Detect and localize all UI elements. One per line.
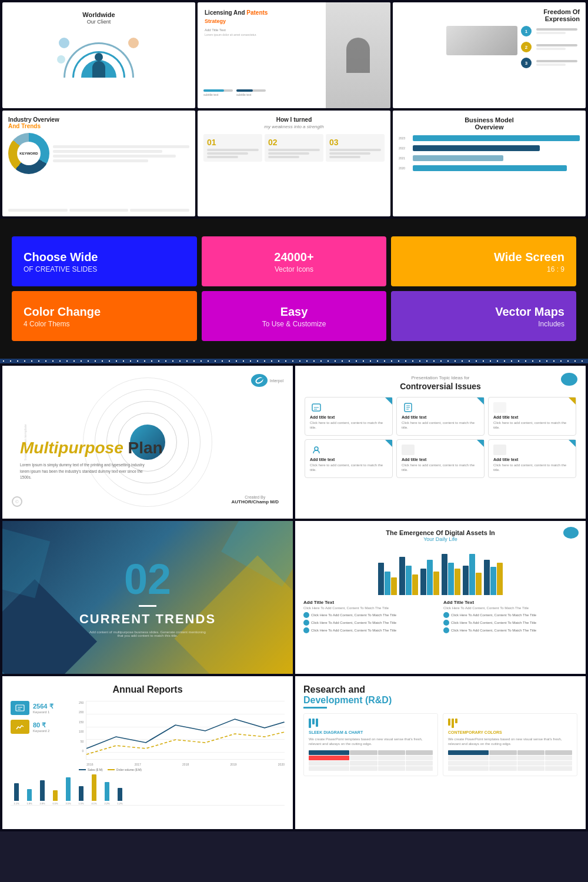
slide-digital-assets[interactable]: The Emergence Of Digital Assets In Your …	[295, 521, 586, 674]
ar-content: 2564 ₹ Keyword 1 80 ₹ Keyword 2	[11, 701, 285, 771]
feature-choose-wide-main: Choose Wide	[24, 250, 185, 264]
rr-divider	[303, 707, 327, 709]
slide2-subtitle: Strategy	[205, 18, 383, 24]
ci-card-1: Add title text Click here to add content…	[305, 397, 393, 436]
rr-col-1-sub: SLEEK DIAGRAM & CHART	[309, 730, 433, 734]
slide-multipurpose-title: Multipurpose Plan	[14, 439, 163, 457]
controversial-header: Presentation Topic Ideas for	[305, 375, 576, 380]
feature-easy: Easy To Use & Customize	[202, 291, 387, 341]
rr-col-1: SLEEK DIAGRAM & CHART We create PowerPoi…	[303, 713, 438, 776]
svg-point-2	[315, 447, 318, 450]
slide-business[interactable]: Business ModelOverview 2023 2022 2021 20…	[393, 111, 586, 216]
feature-vector-maps-sub: Includes	[538, 320, 564, 328]
slide-multipurpose-created: Created By AUTHOR/Champ M/D	[232, 495, 279, 505]
slide2-title: Licensing And Patents	[205, 9, 383, 16]
ct-divider	[139, 605, 156, 607]
controversial-title: Controversial Issues	[305, 382, 576, 391]
feature-vector-icons-main: 24000+	[274, 250, 313, 264]
rr-title: Research andDevelopment (R&D)	[303, 684, 577, 706]
rr-col-2-icon	[448, 719, 572, 728]
ci-card-6: Add title text Click here to add content…	[488, 439, 576, 478]
rr-col-2-text: We create PowerPoint templates based on …	[448, 737, 572, 747]
ci-card-4: Add title text Click here to add content…	[305, 439, 393, 478]
ct-title: CURRENT TRENDS	[79, 612, 216, 627]
slide-controversial[interactable]: Presentation Topic Ideas for Controversi…	[295, 366, 586, 519]
ar-bottom-chart: 1.1% 1.8% 2.8% 0.5% 3.5%	[11, 776, 285, 806]
slide1-title: Worldwide	[82, 11, 115, 19]
feature-color-change-sub: 4 Color Thems	[24, 320, 185, 328]
feature-wide-screen: Wide Screen 16 : 9	[391, 236, 576, 286]
slide-multipurpose[interactable]: Interpol business plan template Multipur…	[2, 366, 293, 519]
ci-card-2: Add title text Click here to add content…	[396, 397, 485, 436]
controversial-logo	[561, 373, 577, 386]
slide-worldwide[interactable]: Worldwide Our Client	[2, 2, 195, 108]
slide1-subtitle: Our Client	[87, 19, 111, 25]
da-label-section: Add Title Text Click Here To Add Content…	[303, 600, 577, 633]
slide-current-trends[interactable]: 02 CURRENT TRENDS Add content of multipu…	[2, 521, 293, 674]
ct-content: 02 CURRENT TRENDS Add content of multipu…	[79, 533, 216, 662]
svg-rect-3	[16, 705, 24, 711]
ci-corner-2	[477, 397, 484, 405]
ci-corner-3	[569, 397, 576, 405]
ci-corner-6	[569, 440, 576, 447]
slide3-title: Freedom OfExpression	[399, 8, 580, 22]
feature-easy-main: Easy	[280, 305, 308, 319]
feature-vector-icons: 24000+ Vector Icons	[202, 236, 387, 286]
slide-howi[interactable]: How I turned my weakness into a strength…	[198, 111, 390, 216]
dotted-border-top	[0, 359, 588, 363]
slide5-subtitle: my weakness into a strength	[264, 124, 323, 129]
feature-vector-maps-main: Vector Maps	[495, 305, 564, 319]
feature-choose-wide: Choose Wide OF CREATIVE SLIDES	[12, 236, 197, 286]
ci-corner-5	[477, 440, 484, 447]
feature-color-change: Color Change 4 Color Thems	[12, 291, 197, 341]
slide-annual-reports[interactable]: Annual Reports 2564 ₹ Keyword 1	[2, 676, 293, 829]
rr-col-2: CONTEMPORARY COLORS We create PowerPoint…	[443, 713, 577, 776]
feature-vector-icons-sub: Vector Icons	[275, 265, 313, 273]
black-section: Choose Wide OF CREATIVE SLIDES 24000+ Ve…	[0, 219, 588, 359]
slide-freedom[interactable]: Freedom OfExpression 1 2 3	[393, 2, 586, 108]
digital-logo	[563, 527, 579, 539]
ci-corner-1	[385, 397, 392, 405]
ar-stats: 2564 ₹ Keyword 1 80 ₹ Keyword 2	[11, 701, 69, 771]
ar-chart: 250 200 150 100 50 0	[79, 701, 285, 771]
slide-multipurpose-body: Lorem Ipsum is simply dummy text of the …	[14, 462, 149, 480]
slide6-title: Business ModelOverview	[399, 116, 580, 131]
feature-wide-screen-main: Wide Screen	[494, 250, 564, 264]
slide2-body: Add Title TextLorem ipsum dolor sit amet…	[205, 28, 383, 38]
controversial-cards: Add title text Click here to add content…	[305, 397, 576, 478]
slide4-text	[53, 145, 189, 162]
da-subtitle: Your Daily Life	[303, 536, 577, 542]
slide-industry[interactable]: Industry OverviewAnd Trends KEYWORD	[2, 111, 195, 216]
slide5-cols: 01 02 03	[203, 134, 385, 162]
slide5-title: How I turned	[276, 116, 312, 123]
features-grid: Choose Wide OF CREATIVE SLIDES 24000+ Ve…	[12, 236, 576, 341]
feature-choose-wide-sub: OF CREATIVE SLIDES	[24, 265, 185, 273]
feature-color-change-main: Color Change	[24, 305, 185, 319]
ar-title: Annual Reports	[11, 684, 285, 695]
copyright-icon: ©	[12, 496, 22, 507]
rr-cols: SLEEK DIAGRAM & CHART We create PowerPoi…	[303, 713, 577, 776]
rr-col-1-text: We create PowerPoint templates based on …	[309, 737, 433, 747]
slide-multipurpose-logo: Interpol	[251, 374, 283, 387]
slide2-bars: subtitle text subtitle text	[203, 79, 320, 96]
rr-col-2-sub: CONTEMPORARY COLORS	[448, 730, 572, 734]
ci-card-5: Add title text Click here to add content…	[396, 439, 485, 478]
slide4-donut: KEYWORD	[8, 133, 49, 174]
ct-number: 02	[124, 558, 171, 600]
ct-subtitle: Add content of multipurpose business sli…	[89, 630, 206, 637]
rr-col-2-table	[448, 750, 572, 771]
slide-licensing[interactable]: Licensing And Patents Strategy Add Title…	[198, 2, 390, 108]
bottom-slides-grid: Interpol business plan template Multipur…	[0, 363, 588, 831]
feature-wide-screen-sub: 16 : 9	[547, 265, 564, 273]
top-slides-grid: Worldwide Our Client Licensing And Paten…	[0, 0, 588, 219]
ci-corner-4	[385, 440, 392, 447]
da-title: The Emergence Of Digital Assets In	[303, 529, 577, 536]
slide6-bars: 2023 2022 2021 2020	[399, 135, 580, 171]
rr-col-1-table	[309, 750, 433, 771]
feature-vector-maps: Vector Maps Includes	[391, 291, 576, 341]
feature-easy-sub: To Use & Customize	[262, 320, 326, 328]
slide4-legend	[8, 209, 189, 212]
slide3-content: 1 2 3	[399, 26, 580, 68]
slide-research[interactable]: Research andDevelopment (R&D) SLEEK DIAG…	[295, 676, 586, 829]
slide4-title: Industry OverviewAnd Trends	[8, 116, 189, 129]
